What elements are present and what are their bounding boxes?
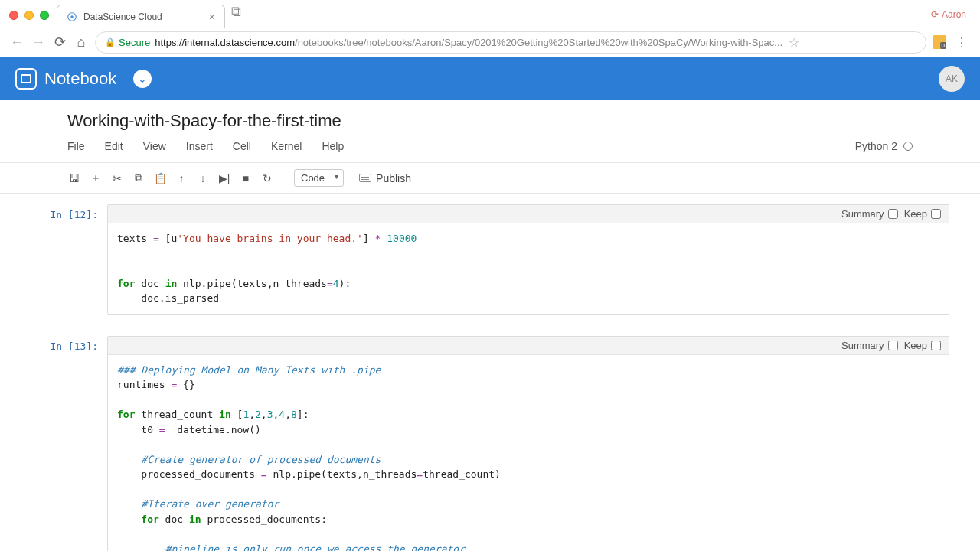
kernel-name: Python 2 <box>855 140 897 152</box>
cell-header: SummaryKeep <box>108 205 949 223</box>
home-button[interactable]: ⌂ <box>74 34 89 51</box>
url-path: /notebooks/tree/notebooks/Aaron/Spacy/02… <box>295 37 782 48</box>
menu-edit[interactable]: Edit <box>105 140 123 152</box>
summary-toggle[interactable]: Summary <box>841 208 898 220</box>
new-tab-button[interactable]: ⧉ <box>225 1 247 28</box>
extension-icon[interactable]: 0 <box>933 35 946 49</box>
notebook-area: In [12]:SummaryKeeptexts = [u'You have b… <box>0 194 980 551</box>
copy-icon[interactable]: ⧉ <box>132 171 145 184</box>
code-cell: In [13]:SummaryKeep### Deploying Model o… <box>31 336 949 552</box>
close-window-button[interactable] <box>9 11 18 20</box>
notebook-logo-icon <box>15 68 37 90</box>
svg-point-1 <box>70 15 74 18</box>
keep-checkbox[interactable] <box>931 341 941 350</box>
menu-help[interactable]: Help <box>322 140 344 152</box>
sync-icon: ⟳ <box>931 9 939 20</box>
window-controls <box>6 11 57 28</box>
cell-type-select[interactable]: Code <box>294 169 344 187</box>
menu-view[interactable]: View <box>143 140 166 152</box>
publish-button[interactable]: Publish <box>359 172 411 184</box>
browser-chrome: DataScience Cloud × ⧉ ⟳ Aaron ← → ⟳ ⌂ 🔒 … <box>0 0 980 57</box>
move-up-icon[interactable]: ↑ <box>175 172 188 184</box>
browser-menu-button[interactable]: ⋮ <box>952 35 971 50</box>
menu-cell[interactable]: Cell <box>233 140 251 152</box>
minimize-window-button[interactable] <box>24 11 34 20</box>
menu-file[interactable]: File <box>67 140 85 152</box>
menu-kernel[interactable]: Kernel <box>271 140 302 152</box>
address-bar[interactable]: 🔒 Secure https://internal.datascience.co… <box>95 31 926 54</box>
lock-icon: 🔒 <box>105 37 116 47</box>
address-row: ← → ⟳ ⌂ 🔒 Secure https://internal.datasc… <box>0 28 980 57</box>
code-editor[interactable]: texts = [u'You have brains in your head.… <box>108 223 949 314</box>
run-icon[interactable]: ▶| <box>217 172 231 184</box>
browser-tab[interactable]: DataScience Cloud × <box>57 5 225 28</box>
save-icon[interactable]: 🖫 <box>67 172 81 184</box>
toolbar: 🖫 ＋ ✂ ⧉ 📋 ↑ ↓ ▶| ■ ↻ Code Publish <box>0 163 980 194</box>
summary-checkbox[interactable] <box>888 341 898 350</box>
notebook-title-bar: Working-with-Spacy-for-the-first-time <box>0 100 980 137</box>
profile-indicator[interactable]: ⟳ Aaron <box>931 9 980 28</box>
move-down-icon[interactable]: ↓ <box>196 172 210 184</box>
input-prompt: In [13]: <box>31 336 107 552</box>
cut-icon[interactable]: ✂ <box>110 172 124 184</box>
app-header: Notebook ⌄ AK <box>0 57 980 100</box>
avatar[interactable]: AK <box>939 66 965 92</box>
bookmark-star-icon[interactable]: ☆ <box>789 35 799 50</box>
stop-icon[interactable]: ■ <box>239 172 253 184</box>
keep-toggle[interactable]: Keep <box>904 340 941 351</box>
back-button[interactable]: ← <box>9 34 24 51</box>
chevron-down-icon[interactable]: ⌄ <box>133 70 152 88</box>
code-cell: In [12]:SummaryKeeptexts = [u'You have b… <box>31 204 949 315</box>
forward-button[interactable]: → <box>31 34 46 51</box>
cell-header: SummaryKeep <box>108 337 949 355</box>
menu-insert[interactable]: Insert <box>186 140 213 152</box>
kernel-status-icon <box>903 142 913 151</box>
publish-icon <box>359 174 371 182</box>
menu-bar: File Edit View Insert Cell Kernel Help P… <box>0 137 980 163</box>
summary-checkbox[interactable] <box>888 209 898 219</box>
url-host: https://internal.datascience.com <box>155 37 295 48</box>
tab-close-button[interactable]: × <box>209 11 215 23</box>
app-logo[interactable]: Notebook ⌄ <box>15 68 152 90</box>
keep-toggle[interactable]: Keep <box>904 208 941 220</box>
add-cell-icon[interactable]: ＋ <box>89 171 103 185</box>
cell-body[interactable]: SummaryKeep### Deploying Model on Many T… <box>107 336 949 552</box>
reload-button[interactable]: ⟳ <box>52 34 67 51</box>
notebook-title[interactable]: Working-with-Spacy-for-the-first-time <box>67 111 980 131</box>
summary-toggle[interactable]: Summary <box>841 340 898 351</box>
kernel-indicator[interactable]: Python 2 <box>844 140 913 152</box>
tab-strip: DataScience Cloud × ⧉ ⟳ Aaron <box>0 0 980 28</box>
secure-label: Secure <box>119 37 150 48</box>
input-prompt: In [12]: <box>31 204 107 315</box>
code-editor[interactable]: ### Deploying Model on Many Texts with .… <box>108 355 949 552</box>
cell-body[interactable]: SummaryKeeptexts = [u'You have brains in… <box>107 204 949 315</box>
brand-name: Notebook <box>44 69 116 89</box>
restart-icon[interactable]: ↻ <box>260 172 274 184</box>
favicon-icon <box>67 11 77 22</box>
maximize-window-button[interactable] <box>40 11 49 20</box>
keep-checkbox[interactable] <box>931 209 941 219</box>
paste-icon[interactable]: 📋 <box>153 172 167 184</box>
tab-title: DataScience Cloud <box>83 11 162 22</box>
